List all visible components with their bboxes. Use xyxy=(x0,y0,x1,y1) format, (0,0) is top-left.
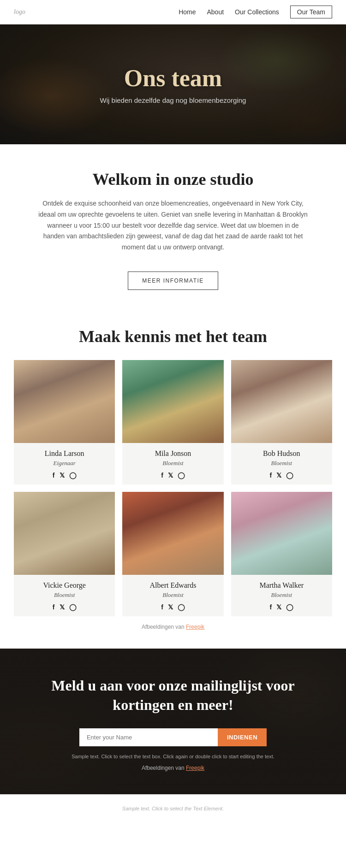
mailing-content: Meld u aan voor onze mailinglijst voor k… xyxy=(37,676,309,771)
team-role-bob: Bloemist xyxy=(236,460,328,467)
team-role-martha: Bloemist xyxy=(236,591,328,599)
team-card-albert: Albert Edwards Bloemist f 𝕏 ◯ xyxy=(122,492,223,616)
instagram-icon-martha[interactable]: ◯ xyxy=(286,603,293,611)
facebook-icon-bob[interactable]: f xyxy=(269,472,272,479)
nav-ourteam-button[interactable]: Our Team xyxy=(290,6,332,18)
facebook-icon-martha[interactable]: f xyxy=(269,603,272,611)
team-section: Maak kennis met het team Linda Larson Ei… xyxy=(0,308,346,649)
team-socials-vickie: f 𝕏 ◯ xyxy=(18,603,110,611)
mailing-sample-text: Sample text. Click to select the text bo… xyxy=(37,754,309,759)
team-role-vickie: Bloemist xyxy=(18,591,110,599)
freepik-link-mailing[interactable]: Freepik xyxy=(186,765,204,771)
welcome-body: Ontdek de exquise schoonheid van onze bl… xyxy=(37,198,309,253)
team-name-mila: Mila Jonson xyxy=(127,449,219,458)
footer: Sample text. Click to select the Text El… xyxy=(0,794,346,821)
facebook-icon-linda[interactable]: f xyxy=(53,472,55,479)
hero-title: Ons team xyxy=(100,65,246,92)
welcome-heading: Welkom in onze studio xyxy=(37,170,309,189)
twitter-icon-albert[interactable]: 𝕏 xyxy=(168,603,173,611)
twitter-icon-linda[interactable]: 𝕏 xyxy=(60,472,65,479)
instagram-icon-bob[interactable]: ◯ xyxy=(286,472,293,479)
team-card-body-mila: Mila Jonson Bloemist f 𝕏 ◯ xyxy=(122,443,223,484)
instagram-icon-mila[interactable]: ◯ xyxy=(178,472,185,479)
nav-home[interactable]: Home xyxy=(179,8,196,16)
team-name-bob: Bob Hudson xyxy=(236,449,328,458)
team-name-martha: Martha Walker xyxy=(236,581,328,590)
nav-about[interactable]: About xyxy=(207,8,224,16)
team-name-linda: Linda Larson xyxy=(18,449,110,458)
mailing-credits: Afbeeldingen van Freepik xyxy=(37,765,309,771)
welcome-section: Welkom in onze studio Ontdek de exquise … xyxy=(0,144,346,308)
mailing-submit-button[interactable]: INDIENEN xyxy=(218,728,267,746)
facebook-icon-vickie[interactable]: f xyxy=(53,603,55,611)
instagram-icon-linda[interactable]: ◯ xyxy=(69,472,77,479)
team-card-body-linda: Linda Larson Eigenaar f 𝕏 ◯ xyxy=(14,443,115,484)
team-card-body-vickie: Vickie George Bloemist f 𝕏 ◯ xyxy=(14,575,115,616)
team-role-linda: Eigenaar xyxy=(18,460,110,467)
team-socials-bob: f 𝕏 ◯ xyxy=(236,472,328,479)
team-socials-martha: f 𝕏 ◯ xyxy=(236,603,328,611)
mailing-name-input[interactable] xyxy=(79,728,218,746)
team-socials-mila: f 𝕏 ◯ xyxy=(127,472,219,479)
meer-informatie-button[interactable]: MEER INFORMATIE xyxy=(128,272,218,290)
team-role-mila: Bloemist xyxy=(127,460,219,467)
team-img-bob xyxy=(231,360,332,443)
instagram-icon-albert[interactable]: ◯ xyxy=(178,603,185,611)
mailing-form: INDIENEN xyxy=(37,728,309,746)
team-img-albert xyxy=(122,492,223,575)
team-socials-linda: f 𝕏 ◯ xyxy=(18,472,110,479)
logo: logo xyxy=(14,8,25,16)
instagram-icon-vickie[interactable]: ◯ xyxy=(69,603,77,611)
team-name-vickie: Vickie George xyxy=(18,581,110,590)
nav-links: Home About Our Collections Our Team xyxy=(179,6,332,18)
hero-subtitle: Wij bieden dezelfde dag nog bloemenbezor… xyxy=(100,96,246,104)
twitter-icon-martha[interactable]: 𝕏 xyxy=(276,603,281,611)
team-grid: Linda Larson Eigenaar f 𝕏 ◯ Mila Jonson … xyxy=(14,360,332,616)
hero-section: Ons team Wij bieden dezelfde dag nog blo… xyxy=(0,24,346,144)
team-card-body-albert: Albert Edwards Bloemist f 𝕏 ◯ xyxy=(122,575,223,616)
navbar: logo Home About Our Collections Our Team xyxy=(0,0,346,24)
team-img-mila xyxy=(122,360,223,443)
twitter-icon-vickie[interactable]: 𝕏 xyxy=(60,603,65,611)
hero-content: Ons team Wij bieden dezelfde dag nog blo… xyxy=(100,65,246,104)
footer-sample-text: Sample text. Click to select the Text El… xyxy=(122,806,224,811)
team-card-linda: Linda Larson Eigenaar f 𝕏 ◯ xyxy=(14,360,115,484)
facebook-icon-albert[interactable]: f xyxy=(161,603,163,611)
nav-collections[interactable]: Our Collections xyxy=(235,8,279,16)
twitter-icon-mila[interactable]: 𝕏 xyxy=(168,472,173,479)
team-card-body-bob: Bob Hudson Bloemist f 𝕏 ◯ xyxy=(231,443,332,484)
team-heading: Maak kennis met het team xyxy=(14,327,332,346)
team-card-bob: Bob Hudson Bloemist f 𝕏 ◯ xyxy=(231,360,332,484)
mailing-title: Meld u aan voor onze mailinglijst voor k… xyxy=(37,676,309,714)
facebook-icon-mila[interactable]: f xyxy=(161,472,163,479)
team-card-vickie: Vickie George Bloemist f 𝕏 ◯ xyxy=(14,492,115,616)
team-credits: Afbeeldingen van Freepik xyxy=(14,624,332,630)
team-img-martha xyxy=(231,492,332,575)
team-name-albert: Albert Edwards xyxy=(127,581,219,590)
team-card-body-martha: Martha Walker Bloemist f 𝕏 ◯ xyxy=(231,575,332,616)
twitter-icon-bob[interactable]: 𝕏 xyxy=(276,472,281,479)
team-img-vickie xyxy=(14,492,115,575)
team-socials-albert: f 𝕏 ◯ xyxy=(127,603,219,611)
team-card-mila: Mila Jonson Bloemist f 𝕏 ◯ xyxy=(122,360,223,484)
team-img-linda xyxy=(14,360,115,443)
team-role-albert: Bloemist xyxy=(127,591,219,599)
team-card-martha: Martha Walker Bloemist f 𝕏 ◯ xyxy=(231,492,332,616)
mailing-section: Meld u aan voor onze mailinglijst voor k… xyxy=(0,649,346,794)
freepik-link-team[interactable]: Freepik xyxy=(186,624,204,630)
